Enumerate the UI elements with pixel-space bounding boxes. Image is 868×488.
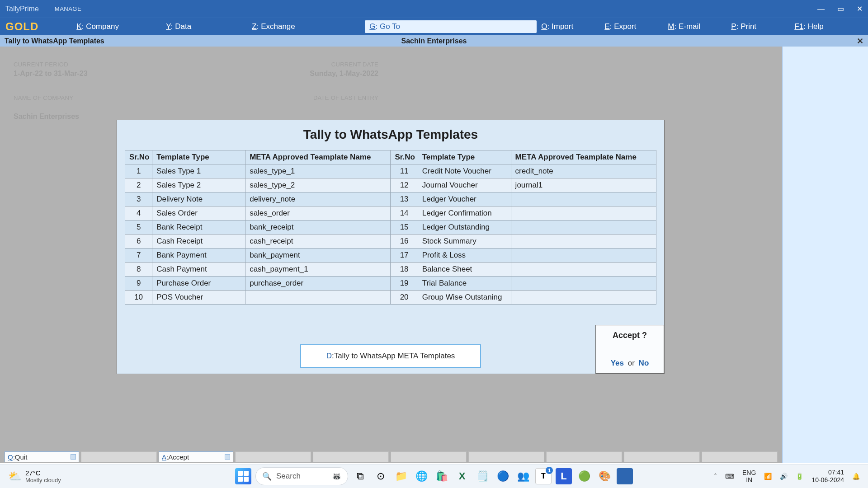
table-row[interactable]: 7Bank Paymentbank_payment17Profit & Loss: [125, 249, 656, 263]
cell-type: POS Voucher: [152, 291, 245, 305]
menu-import[interactable]: O: Import: [537, 20, 600, 33]
table-row[interactable]: 9Purchase Orderpurchase_order19Trial Bal…: [125, 277, 656, 291]
accept-yes[interactable]: Yes: [611, 359, 624, 367]
cell-sr: 18: [391, 263, 418, 277]
cell-type: Group Wise Outstaning: [418, 291, 511, 305]
info-bar: Tally to WhatsApp Templates Sachin Enter…: [0, 35, 868, 47]
bottom-slot: [235, 451, 311, 462]
cell-type: Purchase Order: [152, 277, 245, 291]
menu-data[interactable]: Y: Data: [161, 20, 247, 33]
cell-type: Journal Voucher: [418, 178, 511, 192]
cell-meta: journal1: [511, 178, 656, 192]
tray-keyboard-icon[interactable]: ⌨: [725, 473, 734, 480]
cell-type: Ledger Confirmation: [418, 206, 511, 221]
cell-sr: 19: [391, 277, 418, 291]
minimize-icon[interactable]: —: [817, 5, 825, 13]
tray-clock[interactable]: 07:4110-06-2024: [811, 469, 844, 484]
app-t-icon[interactable]: T1: [535, 468, 552, 484]
volume-icon[interactable]: 🔊: [780, 473, 788, 480]
table-row[interactable]: 8Cash Paymentcash_payment_118Balance She…: [125, 263, 656, 277]
cell-meta: [511, 291, 656, 305]
table-row[interactable]: 4Sales Ordersales_order14Ledger Confirma…: [125, 206, 656, 221]
cell-sr: 9: [125, 277, 152, 291]
close-icon[interactable]: ✕: [857, 36, 863, 46]
explorer-icon[interactable]: 📁: [393, 468, 409, 484]
menu-export[interactable]: E: Export: [600, 20, 663, 33]
battery-icon[interactable]: 🔋: [796, 473, 803, 480]
cell-meta: [511, 235, 656, 249]
accept-question: Accept ?: [613, 331, 647, 340]
tally-icon[interactable]: [617, 468, 633, 484]
close-window-icon[interactable]: ✕: [857, 5, 863, 13]
meta-templates-button[interactable]: D: Tally to WhatsApp META Templates: [300, 344, 481, 368]
menu-print[interactable]: P: Print: [726, 20, 790, 33]
store-icon[interactable]: 🛍️: [434, 468, 450, 484]
cell-type: Sales Order: [152, 206, 245, 221]
table-row[interactable]: 6Cash Receiptcash_receipt16Stock Summary: [125, 235, 656, 249]
cell-sr: 7: [125, 249, 152, 263]
cell-sr: 17: [391, 249, 418, 263]
taskbar-search[interactable]: 🔍 Search 🦝: [255, 467, 348, 485]
cell-type: Bank Receipt: [152, 221, 245, 235]
cell-meta: sales_type_2: [245, 178, 391, 192]
cell-sr: 16: [391, 235, 418, 249]
accept-no[interactable]: No: [639, 359, 649, 367]
quit-button[interactable]: Q: Quit: [5, 451, 79, 462]
cell-meta: cash_receipt: [245, 235, 391, 249]
dialog-title: Tally to WhatsApp Templates: [117, 120, 664, 150]
menu-company[interactable]: K: Company: [75, 20, 161, 33]
paint-icon[interactable]: 🎨: [596, 468, 613, 484]
bottom-slot: [313, 451, 389, 462]
cell-sr: 4: [125, 206, 152, 221]
cell-sr: 13: [391, 192, 418, 206]
excel-icon[interactable]: X: [454, 468, 470, 484]
menu-email[interactable]: M: E-mail: [663, 20, 726, 33]
start-button[interactable]: [235, 468, 251, 484]
menu-goto[interactable]: G: Go To: [365, 20, 537, 33]
tray-chevron-icon[interactable]: ˄: [714, 473, 717, 480]
bottom-bar: Q: Quit A: Accept: [0, 451, 782, 463]
manage-label[interactable]: MANAGE: [55, 5, 81, 12]
chrome-icon[interactable]: 🔵: [495, 468, 511, 484]
task-view-icon[interactable]: ⧉: [352, 468, 368, 484]
workspace: CURRENT PERIOD 1-Apr-22 to 31-Mar-23 CUR…: [0, 47, 868, 463]
cell-meta: purchase_order: [245, 277, 391, 291]
bg-lastentry-label: DATE OF LAST ENTRY: [313, 94, 378, 101]
bottom-slot: [624, 451, 700, 462]
menu-help[interactable]: F1: Help: [790, 20, 828, 33]
page-title: Tally to WhatsApp Templates: [5, 37, 104, 45]
copilot-icon: 🦝: [332, 472, 341, 481]
menu-exchange[interactable]: Z: Exchange: [247, 20, 365, 33]
weather-icon: ⛅: [8, 470, 22, 483]
cell-meta: [511, 206, 656, 221]
cell-sr: 15: [391, 221, 418, 235]
cell-sr: 11: [391, 164, 418, 178]
cell-type: Sales Type 1: [152, 164, 245, 178]
notes-icon[interactable]: 🗒️: [474, 468, 491, 484]
edge-icon[interactable]: 🌐: [413, 468, 429, 484]
cell-sr: 6: [125, 235, 152, 249]
table-row[interactable]: 5Bank Receiptbank_receipt15Ledger Outsta…: [125, 221, 656, 235]
chrome2-icon[interactable]: 🟢: [576, 468, 592, 484]
cell-type: Cash Payment: [152, 263, 245, 277]
wifi-icon[interactable]: 📶: [764, 473, 772, 480]
cell-type: Trial Balance: [418, 277, 511, 291]
table-row[interactable]: 10POS Voucher20Group Wise Outstaning: [125, 291, 656, 305]
cell-sr: 12: [391, 178, 418, 192]
db-icon[interactable]: ⊙: [373, 468, 389, 484]
accept-button[interactable]: A: Accept: [159, 451, 233, 462]
bottom-slot: [702, 451, 778, 462]
app-l-icon[interactable]: L: [556, 468, 572, 484]
notifications-icon[interactable]: 🔔: [852, 473, 860, 480]
bottom-slot: [468, 451, 544, 462]
weather-widget[interactable]: ⛅ 27°C Mostly cloudy: [8, 469, 61, 483]
cell-sr: 20: [391, 291, 418, 305]
cell-meta: credit_note: [511, 164, 656, 178]
table-row[interactable]: 3Delivery Notedelivery_note13Ledger Vouc…: [125, 192, 656, 206]
table-row[interactable]: 1Sales Type 1sales_type_111Credit Note V…: [125, 164, 656, 178]
edition-label: GOLD: [5, 20, 38, 33]
table-row[interactable]: 2Sales Type 2sales_type_212Journal Vouch…: [125, 178, 656, 192]
teams-icon[interactable]: 👥: [515, 468, 531, 484]
maximize-icon[interactable]: ▭: [837, 5, 844, 13]
cell-sr: 10: [125, 291, 152, 305]
